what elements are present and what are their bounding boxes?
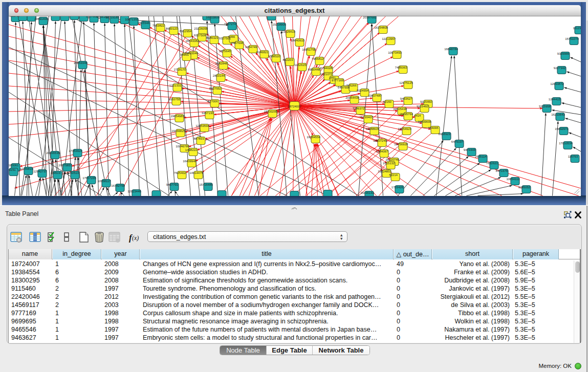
svg-text:18495764: 18495764 — [399, 113, 413, 116]
svg-text:1162615: 1162615 — [294, 63, 307, 67]
svg-text:10899695: 10899695 — [418, 120, 431, 123]
svg-text:2718170: 2718170 — [173, 68, 186, 71]
svg-text:7625402: 7625402 — [173, 171, 186, 174]
svg-text:19166825: 19166825 — [171, 129, 185, 133]
svg-text:12353594: 12353594 — [195, 124, 209, 127]
svg-text:1615132: 1615132 — [382, 162, 395, 165]
svg-text:9474444: 9474444 — [463, 148, 475, 151]
svg-text:887833: 887833 — [193, 137, 204, 140]
svg-text:8912954: 8912954 — [179, 30, 191, 33]
svg-text:9777169: 9777169 — [331, 79, 343, 82]
svg-text:1250513: 1250513 — [67, 171, 79, 174]
svg-text:23226058: 23226058 — [194, 27, 208, 30]
svg-text:9327509: 9327509 — [193, 34, 206, 37]
svg-text:7386372: 7386372 — [352, 107, 364, 110]
svg-text:10807487: 10807487 — [368, 94, 382, 97]
svg-text:9245052: 9245052 — [518, 186, 530, 189]
svg-text:16782759: 16782759 — [111, 184, 125, 187]
svg-text:11123: 11123 — [573, 27, 580, 30]
svg-text:98901: 98901 — [180, 53, 189, 56]
svg-text:8471676: 8471676 — [495, 169, 508, 172]
svg-text:5466: 5466 — [228, 35, 235, 38]
svg-text:15716485: 15716485 — [199, 183, 213, 186]
svg-text:7515546: 7515546 — [137, 21, 149, 25]
svg-text:16848784: 16848784 — [444, 48, 458, 51]
svg-text:116753: 116753 — [568, 155, 578, 158]
svg-text:14914479: 14914479 — [189, 171, 203, 174]
svg-text:20364436: 20364436 — [345, 96, 359, 99]
svg-text:19384554: 19384554 — [307, 136, 320, 139]
svg-text:9115460: 9115460 — [417, 105, 429, 108]
svg-text:15692971: 15692971 — [555, 127, 569, 130]
svg-text:10958117: 10958117 — [97, 180, 111, 183]
svg-text:1588520: 1588520 — [268, 55, 280, 58]
svg-text:6794028: 6794028 — [320, 67, 332, 70]
svg-text:3267130: 3267130 — [201, 112, 213, 115]
svg-text:12093872: 12093872 — [550, 82, 564, 85]
svg-text:7955812: 7955812 — [311, 57, 323, 60]
svg-text:9242848: 9242848 — [215, 62, 227, 65]
svg-text:9384067: 9384067 — [376, 150, 388, 153]
svg-text:16210643: 16210643 — [551, 113, 565, 116]
svg-text:18300295: 18300295 — [264, 110, 277, 113]
svg-text:15720407: 15720407 — [359, 116, 373, 119]
svg-text:9463627: 9463627 — [400, 97, 412, 100]
svg-text:12975125: 12975125 — [399, 81, 413, 84]
svg-text:9146821: 9146821 — [256, 51, 268, 54]
svg-text:52214: 52214 — [389, 173, 398, 177]
svg-text:1244415: 1244415 — [548, 98, 560, 101]
svg-text:1221331: 1221331 — [169, 84, 181, 87]
svg-text:20387682: 20387682 — [363, 16, 377, 19]
svg-text:10046786: 10046786 — [176, 145, 189, 148]
svg-text:8186323: 8186323 — [206, 36, 218, 39]
svg-text:39151: 39151 — [9, 168, 16, 171]
svg-text:16409948: 16409948 — [183, 160, 197, 163]
svg-text:16543382: 16543382 — [185, 39, 199, 42]
svg-text:1010755: 1010755 — [168, 98, 180, 101]
svg-text:10973493: 10973493 — [388, 51, 402, 54]
svg-text:6479197: 6479197 — [451, 140, 463, 143]
svg-text:19975857: 19975857 — [58, 164, 72, 167]
svg-text:10688609: 10688609 — [365, 127, 379, 130]
svg-text:2935114: 2935114 — [475, 155, 487, 158]
svg-text:10671355: 10671355 — [125, 18, 139, 21]
svg-text:12923446: 12923446 — [127, 190, 141, 193]
svg-text:62160: 62160 — [383, 100, 391, 103]
svg-text:16154808: 16154808 — [374, 26, 388, 29]
svg-text:3875645: 3875645 — [219, 50, 231, 53]
svg-text:8660123: 8660123 — [165, 27, 178, 30]
svg-text:9329966: 9329966 — [557, 52, 569, 55]
svg-text:12213967: 12213967 — [382, 37, 396, 40]
svg-text:14055717: 14055717 — [9, 16, 21, 17]
svg-text:10719185: 10719185 — [105, 16, 119, 19]
svg-text:13325419: 13325419 — [281, 30, 295, 33]
svg-text:1498222: 1498222 — [185, 148, 197, 151]
svg-text:16120746: 16120746 — [385, 158, 399, 161]
svg-text:9115460: 9115460 — [420, 100, 432, 103]
svg-text:16961758: 16961758 — [302, 48, 316, 51]
svg-text:19524851: 19524851 — [378, 170, 391, 173]
svg-text:12942737: 12942737 — [33, 170, 47, 173]
svg-text:7485063: 7485063 — [395, 66, 407, 69]
svg-text:18724007: 18724007 — [288, 105, 301, 108]
svg-text:164095: 164095 — [428, 126, 439, 129]
svg-text:2803144: 2803144 — [212, 74, 225, 77]
svg-text:183061: 183061 — [9, 164, 19, 167]
svg-text:12156819: 12156819 — [19, 167, 33, 170]
svg-text:746266: 746266 — [346, 84, 357, 87]
svg-text:8938923: 8938923 — [438, 133, 450, 136]
svg-text:3454749: 3454749 — [245, 46, 257, 49]
svg-text:20691406: 20691406 — [34, 17, 48, 20]
svg-text:19654923: 19654923 — [398, 127, 411, 130]
svg-text:3215958: 3215958 — [538, 105, 551, 108]
svg-text:(x): (x) — [132, 234, 139, 242]
svg-text:114519: 114519 — [50, 171, 60, 174]
svg-text:17010534: 17010534 — [559, 142, 573, 145]
svg-text:1621072: 1621072 — [320, 73, 332, 76]
svg-text:8427552: 8427552 — [209, 87, 221, 90]
svg-text:817006: 817006 — [207, 100, 218, 103]
svg-text:7857274: 7857274 — [224, 23, 236, 26]
svg-text:2967608: 2967608 — [231, 41, 243, 45]
svg-text:19654983: 19654983 — [170, 115, 184, 118]
svg-text:7632621: 7632621 — [486, 162, 498, 165]
